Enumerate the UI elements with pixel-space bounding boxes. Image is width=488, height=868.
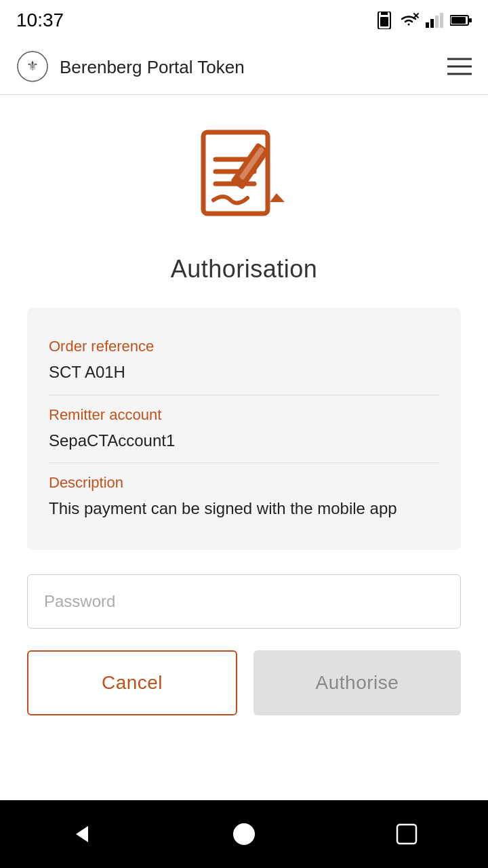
svg-rect-5 bbox=[426, 22, 429, 28]
back-button[interactable] bbox=[69, 822, 94, 846]
remitter-account-field: Remitter account SepaCTAccount1 bbox=[49, 395, 439, 463]
svg-marker-22 bbox=[270, 193, 285, 202]
password-input[interactable] bbox=[27, 574, 461, 629]
app-bar: ⚜ Berenberg Portal Token bbox=[0, 41, 488, 95]
buttons-row: Cancel Authorise bbox=[27, 650, 461, 715]
svg-rect-8 bbox=[440, 13, 443, 28]
bottom-nav-bar bbox=[0, 800, 488, 868]
svg-rect-1 bbox=[380, 17, 388, 26]
remitter-account-value: SepaCTAccount1 bbox=[49, 429, 439, 452]
signal-icon bbox=[426, 13, 443, 28]
home-button[interactable] bbox=[232, 822, 256, 846]
status-bar: 10:37 bbox=[0, 0, 488, 41]
sim-icon bbox=[377, 12, 392, 29]
svg-rect-10 bbox=[451, 17, 466, 24]
status-time: 10:37 bbox=[16, 9, 64, 31]
cancel-button[interactable]: Cancel bbox=[27, 650, 237, 715]
svg-marker-24 bbox=[76, 826, 88, 842]
svg-marker-2 bbox=[381, 12, 388, 15]
svg-rect-26 bbox=[397, 825, 416, 844]
order-reference-value: SCT A01H bbox=[49, 361, 439, 384]
remitter-account-label: Remitter account bbox=[49, 406, 439, 424]
description-field: Description This payment can be signed w… bbox=[49, 462, 439, 531]
recents-button[interactable] bbox=[394, 822, 419, 846]
order-reference-label: Order reference bbox=[49, 338, 439, 355]
document-sign-icon bbox=[190, 122, 298, 233]
order-reference-field: Order reference SCT A01H bbox=[49, 327, 439, 395]
app-logo: ⚜ bbox=[16, 50, 49, 85]
svg-rect-7 bbox=[435, 16, 439, 28]
svg-rect-11 bbox=[469, 18, 472, 22]
password-input-wrapper bbox=[27, 574, 461, 629]
description-value: This payment can be signed with the mobi… bbox=[49, 497, 439, 520]
info-card: Order reference SCT A01H Remitter accoun… bbox=[27, 308, 461, 550]
hamburger-menu-icon[interactable] bbox=[447, 57, 472, 79]
svg-point-25 bbox=[233, 823, 255, 845]
page-title: Authorisation bbox=[171, 255, 318, 283]
description-label: Description bbox=[49, 474, 439, 492]
status-icons bbox=[377, 12, 472, 29]
battery-icon bbox=[450, 14, 472, 26]
main-content: Authorisation Order reference SCT A01H R… bbox=[0, 95, 488, 800]
svg-text:⚜: ⚜ bbox=[26, 58, 39, 73]
app-bar-title: Berenberg Portal Token bbox=[60, 57, 245, 78]
wifi-icon bbox=[399, 12, 419, 28]
app-bar-left: ⚜ Berenberg Portal Token bbox=[16, 50, 245, 85]
authorise-button[interactable]: Authorise bbox=[253, 650, 461, 715]
svg-rect-6 bbox=[430, 19, 434, 28]
